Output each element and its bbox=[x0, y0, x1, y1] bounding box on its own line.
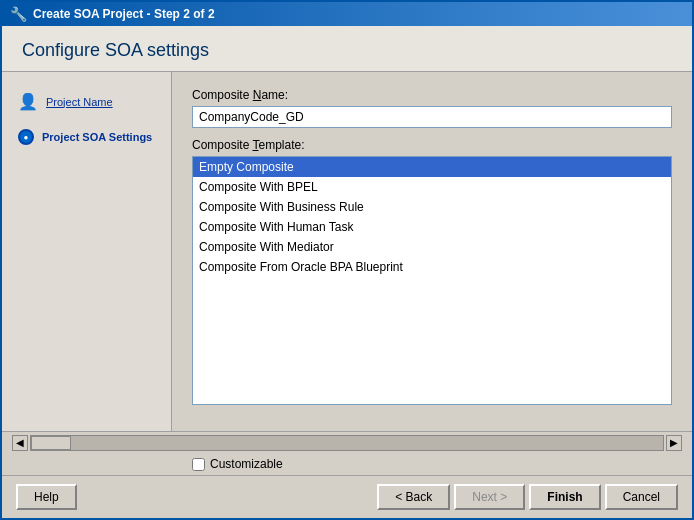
next-button[interactable]: Next > bbox=[454, 484, 525, 510]
cancel-button[interactable]: Cancel bbox=[605, 484, 678, 510]
soa-settings-icon: ● bbox=[18, 129, 34, 145]
customizable-label[interactable]: Customizable bbox=[210, 457, 283, 471]
composite-name-label: Composite Name: bbox=[192, 88, 672, 102]
list-item-empty[interactable]: Empty Composite bbox=[193, 157, 671, 177]
button-bar: Help < Back Next > Finish Cancel bbox=[2, 475, 692, 518]
window-body: Configure SOA settings 👤 Project Name ● … bbox=[2, 26, 692, 518]
customizable-row: Customizable bbox=[2, 453, 692, 475]
composite-template-label: Composite Template: bbox=[192, 138, 672, 152]
main-window: 🔧 Create SOA Project - Step 2 of 2 Confi… bbox=[0, 0, 694, 520]
scroll-row: ◀ ▶ bbox=[2, 431, 692, 453]
main-form: Composite Name: Composite Template: Empt… bbox=[172, 72, 692, 431]
template-list[interactable]: Empty Composite Composite With BPEL Comp… bbox=[192, 156, 672, 405]
list-item-bpel[interactable]: Composite With BPEL bbox=[193, 177, 671, 197]
scroll-right-btn[interactable]: ▶ bbox=[666, 435, 682, 451]
composite-name-input[interactable] bbox=[192, 106, 672, 128]
page-title: Configure SOA settings bbox=[2, 26, 692, 71]
customizable-checkbox[interactable] bbox=[192, 458, 205, 471]
sidebar-item-label-project-name: Project Name bbox=[46, 96, 113, 108]
person-icon: 👤 bbox=[18, 92, 38, 111]
window-title: Create SOA Project - Step 2 of 2 bbox=[33, 7, 215, 21]
composite-template-group: Composite Template: Empty Composite Comp… bbox=[192, 138, 672, 405]
window-icon: 🔧 bbox=[10, 6, 27, 22]
list-item-business-rule[interactable]: Composite With Business Rule bbox=[193, 197, 671, 217]
nav-buttons: < Back Next > Finish Cancel bbox=[377, 484, 678, 510]
sidebar-item-project-soa-settings[interactable]: ● Project SOA Settings bbox=[12, 125, 161, 149]
finish-button[interactable]: Finish bbox=[529, 484, 600, 510]
sidebar-item-project-name[interactable]: 👤 Project Name bbox=[12, 88, 161, 115]
list-item-mediator[interactable]: Composite With Mediator bbox=[193, 237, 671, 257]
scroll-track[interactable] bbox=[30, 435, 664, 451]
content-area: 👤 Project Name ● Project SOA Settings Co… bbox=[2, 72, 692, 431]
help-button[interactable]: Help bbox=[16, 484, 77, 510]
back-button[interactable]: < Back bbox=[377, 484, 450, 510]
list-item-bpa[interactable]: Composite From Oracle BPA Blueprint bbox=[193, 257, 671, 277]
title-bar: 🔧 Create SOA Project - Step 2 of 2 bbox=[2, 2, 692, 26]
composite-name-group: Composite Name: bbox=[192, 88, 672, 128]
list-item-human-task[interactable]: Composite With Human Task bbox=[193, 217, 671, 237]
scroll-left-btn[interactable]: ◀ bbox=[12, 435, 28, 451]
sidebar: 👤 Project Name ● Project SOA Settings bbox=[2, 72, 172, 431]
sidebar-item-label-soa-settings: Project SOA Settings bbox=[42, 131, 152, 143]
